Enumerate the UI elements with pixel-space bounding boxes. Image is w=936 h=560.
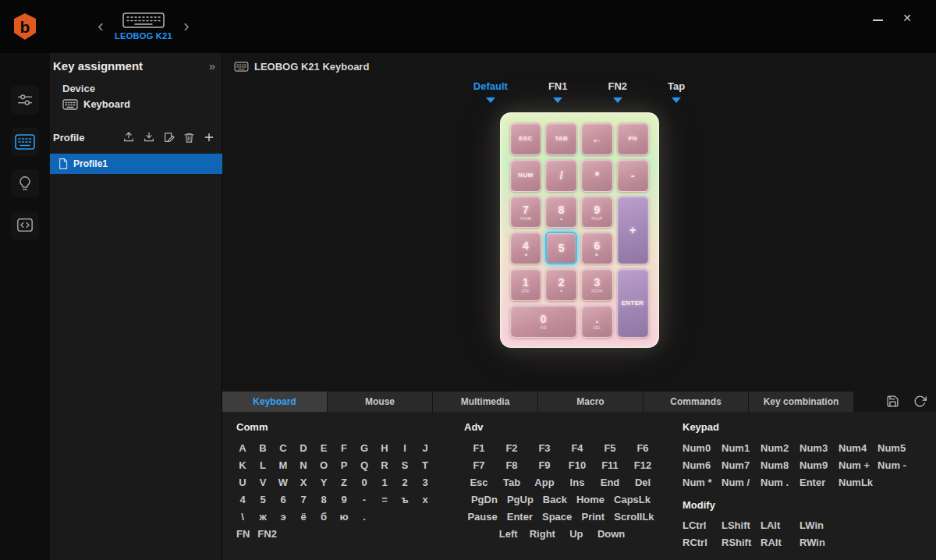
key-option[interactable]: 4 <box>236 494 249 505</box>
key-option[interactable]: Num . <box>760 477 792 488</box>
key-option[interactable]: 6 <box>277 494 289 505</box>
key-option[interactable]: Num9 <box>800 459 831 471</box>
numpad-key-slash[interactable]: / <box>545 159 577 192</box>
key-option[interactable]: V <box>257 477 269 488</box>
tab-mouse[interactable]: Mouse <box>328 392 432 412</box>
numpad-key-backspace[interactable]: ← <box>581 122 613 155</box>
next-device-button[interactable]: › <box>178 17 195 36</box>
key-option[interactable]: F5 <box>598 442 622 454</box>
numpad-key-k4[interactable]: 4◀ <box>510 232 542 264</box>
key-option[interactable]: F9 <box>533 459 556 471</box>
key-option[interactable]: Y <box>317 477 330 488</box>
key-option[interactable]: Up <box>565 528 588 540</box>
key-option[interactable]: O <box>317 459 330 471</box>
key-option[interactable]: F6 <box>631 442 654 454</box>
nav-item-key-assignment[interactable] <box>11 128 39 156</box>
numpad-key-dot[interactable]: .DEL <box>581 305 613 338</box>
key-option[interactable]: б <box>317 511 330 523</box>
key-option[interactable]: F2 <box>500 442 523 454</box>
key-option[interactable]: R <box>378 459 391 471</box>
layer-tab-fn1[interactable]: FN1 <box>548 80 568 103</box>
key-option[interactable]: J <box>419 442 431 454</box>
key-option[interactable]: ж <box>257 511 269 523</box>
key-option[interactable]: Del <box>631 477 654 488</box>
key-option[interactable]: End <box>598 477 622 488</box>
key-option[interactable]: Enter <box>800 477 831 488</box>
key-option[interactable]: \ <box>236 511 249 523</box>
key-option[interactable]: F10 <box>566 459 589 471</box>
key-option[interactable]: H <box>378 442 391 454</box>
key-option[interactable]: Q <box>358 459 370 471</box>
tab-keyboard[interactable]: Keyboard <box>222 392 327 412</box>
key-option[interactable]: NumLk <box>838 477 873 488</box>
key-option[interactable]: G <box>358 442 370 454</box>
key-option[interactable]: M <box>277 459 289 471</box>
key-option[interactable]: 7 <box>297 494 310 505</box>
key-option[interactable]: D <box>297 442 310 454</box>
key-option[interactable]: RAlt <box>760 537 792 548</box>
key-option[interactable]: ё <box>297 511 310 523</box>
key-option[interactable]: Back <box>543 494 567 505</box>
numpad-key-k3[interactable]: 3PGDN <box>581 268 613 301</box>
numpad-key-k9[interactable]: 9PGUP <box>581 196 613 229</box>
save-icon[interactable] <box>886 395 899 408</box>
key-option[interactable]: App <box>533 477 556 488</box>
key-option[interactable]: LWin <box>800 519 831 531</box>
minimize-button[interactable] <box>867 8 888 28</box>
numpad-key-fn[interactable]: FN <box>617 122 649 155</box>
device-switcher[interactable]: LEOBOG K21 <box>98 12 189 41</box>
key-option[interactable]: 9 <box>338 494 350 505</box>
key-option[interactable]: PgDn <box>471 494 498 505</box>
key-option[interactable]: Home <box>576 494 604 505</box>
key-option[interactable]: Num5 <box>878 442 909 454</box>
key-option[interactable]: T <box>419 459 431 471</box>
layer-tab-fn2[interactable]: FN2 <box>608 80 627 103</box>
numpad-key-k8[interactable]: 8▲ <box>545 196 577 229</box>
key-option[interactable]: Num8 <box>760 459 792 471</box>
numpad-key-k6[interactable]: 6▶ <box>581 232 613 264</box>
key-option[interactable]: Down <box>597 528 625 540</box>
key-option[interactable]: Left <box>497 528 520 540</box>
key-option[interactable]: 0 <box>358 477 370 488</box>
key-option[interactable]: F12 <box>631 459 654 471</box>
numpad-key-enter[interactable]: ENTER <box>617 268 649 338</box>
key-option[interactable]: B <box>257 442 269 454</box>
key-option[interactable]: Num7 <box>722 459 753 471</box>
key-option[interactable]: F8 <box>500 459 523 471</box>
key-option[interactable]: ъ <box>399 494 411 505</box>
key-option[interactable]: - <box>358 494 370 505</box>
key-option[interactable]: W <box>277 477 289 488</box>
key-option[interactable]: Num - <box>878 459 909 471</box>
key-option[interactable]: LCtrl <box>682 519 714 531</box>
key-option[interactable]: Num * <box>682 477 714 488</box>
key-option[interactable]: F4 <box>566 442 589 454</box>
key-option[interactable]: х <box>419 494 431 505</box>
key-option[interactable]: F11 <box>598 459 622 471</box>
numpad-key-star[interactable]: * <box>581 159 613 192</box>
key-option[interactable]: ScrollLk <box>614 511 654 523</box>
key-option[interactable]: Print <box>581 511 604 523</box>
key-option[interactable]: Space <box>542 511 572 523</box>
tab-commands[interactable]: Commands <box>644 392 748 412</box>
refresh-icon[interactable] <box>913 395 927 408</box>
key-option[interactable]: P <box>338 459 350 471</box>
key-option[interactable]: S <box>399 459 411 471</box>
key-option[interactable]: CapsLk <box>614 494 651 505</box>
key-option[interactable]: Esc <box>467 477 491 488</box>
profile-item[interactable]: Profile1 <box>50 154 222 174</box>
key-option[interactable]: = <box>378 494 391 505</box>
key-option[interactable]: LShift <box>722 519 753 531</box>
key-option[interactable]: Num4 <box>838 442 870 454</box>
key-option[interactable]: LAlt <box>760 519 792 531</box>
key-option[interactable]: 2 <box>399 477 411 488</box>
nav-item-lighting[interactable] <box>11 169 39 197</box>
key-option[interactable]: RShift <box>722 537 753 548</box>
edit-profile-icon[interactable] <box>163 131 176 144</box>
export-profile-icon[interactable] <box>122 131 135 144</box>
key-option[interactable]: C <box>277 442 289 454</box>
key-option[interactable]: I <box>399 442 411 454</box>
key-option[interactable]: 8 <box>317 494 330 505</box>
key-option[interactable]: Num3 <box>800 442 831 454</box>
key-option[interactable]: X <box>297 477 310 488</box>
key-option[interactable]: ю <box>338 511 350 523</box>
